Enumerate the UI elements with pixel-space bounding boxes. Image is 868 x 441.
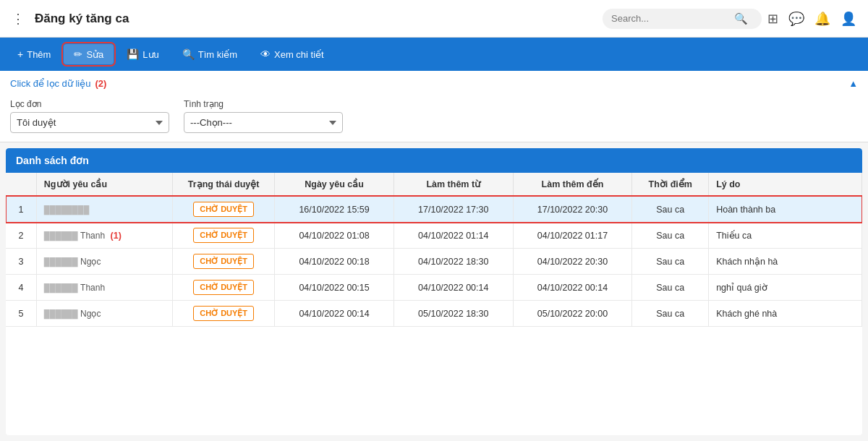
row-request-date: 04/10/2022 01:08 [275,223,394,249]
col-header-num [6,173,36,196]
status-badge: CHỜ DUYỆT [193,228,254,243]
table-section: Danh sách đơn Người yêu cầu Trạng thái d… [6,148,862,435]
row-status: CHỜ DUYỆT [173,249,275,275]
table-row[interactable]: 1 ████████ CHỜ DUYỆT 16/10/2022 15:59 17… [6,196,862,223]
person-name: Ngọc [80,309,101,319]
table-title: Danh sách đơn [16,155,89,166]
timkiem-button[interactable]: 🔍 Tìm kiếm [172,44,247,64]
row-person: ██████ Thanh (1) [36,223,172,249]
bell-icon[interactable]: 🔔 [814,11,830,27]
filter-fields: Lọc đơn Tôi duyệt Tất cả Tôi tạo Tình tr… [10,92,858,133]
col-header-from: Làm thêm từ [393,173,513,196]
table-row[interactable]: 5 ██████ Ngọc CHỜ DUYỆT 04/10/2022 00:14… [6,301,862,327]
row-reason: nghỉ quá giờ [709,275,862,301]
filter-loc-don-label: Lọc đơn [10,99,169,109]
filter-tinh-trang-label: Tình trạng [184,99,343,109]
person-name: Ngọc [80,257,101,267]
person-code: ██████ [44,283,78,292]
row-request-date: 04/10/2022 00:18 [275,249,394,275]
row-to: 04/10/2022 01:17 [513,223,632,249]
row-to: 17/10/2022 20:30 [513,196,632,223]
row-request-date: 04/10/2022 00:15 [275,275,394,301]
col-header-status: Trạng thái duyệt [173,173,275,196]
row-status: CHỜ DUYỆT [173,196,275,223]
row-person: ██████ Ngọc [36,249,172,275]
filter-toggle-label[interactable]: Click để lọc dữ liệu [10,78,90,89]
col-header-to: Làm thêm đến [513,173,632,196]
row-num: 2 [6,223,36,249]
row-from: 05/10/2022 18:30 [393,301,513,327]
person-code: ██████ [44,257,78,266]
row-num: 3 [6,249,36,275]
filter-loc-don-select[interactable]: Tôi duyệt Tất cả Tôi tạo [10,112,169,133]
xemchitiet-button[interactable]: 👁 Xem chi tiết [250,44,334,64]
row-from: 17/10/2022 17:30 [393,196,513,223]
sua-button[interactable]: ✏ Sửa [64,44,114,64]
status-badge: CHỜ DUYỆT [193,254,254,269]
table-wrapper[interactable]: Người yêu cầu Trạng thái duyệt Ngày yêu … [6,173,862,435]
person-name: Thanh [80,231,105,241]
table-row[interactable]: 4 ██████ Thanh CHỜ DUYỆT 04/10/2022 00:1… [6,275,862,301]
search-icon: 🔍 [734,12,748,25]
row-to: 04/10/2022 00:14 [513,275,632,301]
row-status: CHỜ DUYỆT [173,301,275,327]
person-code: ██████ [44,309,78,318]
user-icon[interactable]: 👤 [841,11,856,27]
row-to: 05/10/2022 20:00 [513,301,632,327]
search-bar[interactable]: 🔍 [603,9,762,29]
chevron-up-icon[interactable]: ▲ [848,78,858,89]
row-num: 4 [6,275,36,301]
row-person: ████████ [36,196,172,223]
filter-tinh-trang-select[interactable]: ---Chọn--- Chờ duyệt Đã duyệt Từ chối [184,112,343,133]
data-table: Người yêu cầu Trạng thái duyệt Ngày yêu … [6,173,862,327]
row-num: 5 [6,301,36,327]
row-from: 04/10/2022 18:30 [393,249,513,275]
row-request-date: 16/10/2022 15:59 [275,196,394,223]
table-header-bar: Danh sách đơn [6,148,862,173]
row-person: ██████ Ngọc [36,301,172,327]
row-num: 1 [6,196,36,223]
filter-badge: (2) [95,78,106,89]
status-badge: CHỜ DUYỆT [193,280,254,295]
search-input[interactable] [611,13,734,24]
col-header-request-date: Ngày yêu cầu [275,173,394,196]
row-reason: Thiếu ca [709,223,862,249]
row-person: ██████ Thanh [36,275,172,301]
person-code: ████████ [44,205,89,214]
page-title: Đăng ký tăng ca [35,12,603,26]
row-reason: Khách ghé nhà [709,301,862,327]
row-status: CHỜ DUYỆT [173,275,275,301]
eye-icon: 👁 [260,48,271,60]
row-time: Sau ca [632,301,709,327]
save-icon: 💾 [127,48,139,60]
plus-icon: + [17,48,23,60]
person-code: ██████ [44,231,78,240]
filter-tinh-trang: Tình trạng ---Chọn--- Chờ duyệt Đã duyệt… [184,99,343,133]
filter-toggle[interactable]: Click để lọc dữ liệu (2) ▲ [10,75,858,92]
row-request-date: 04/10/2022 00:14 [275,301,394,327]
menu-icon[interactable]: ⋮ [12,11,25,27]
grid-icon[interactable]: ⊞ [767,11,778,27]
row-from: 04/10/2022 00:14 [393,275,513,301]
col-header-time: Thời điểm [632,173,709,196]
table-row[interactable]: 2 ██████ Thanh (1) CHỜ DUYỆT 04/10/2022 … [6,223,862,249]
chat-icon[interactable]: 💬 [788,11,804,27]
col-header-person: Người yêu cầu [36,173,172,196]
filter-loc-don: Lọc đơn Tôi duyệt Tất cả Tôi tạo [10,99,169,133]
status-badge: CHỜ DUYỆT [193,306,254,321]
row-to: 04/10/2022 20:30 [513,249,632,275]
toolbar: + Thêm ✏ Sửa 💾 Lưu 🔍 Tìm kiếm 👁 Xem chi … [0,38,868,71]
row-time: Sau ca [632,223,709,249]
row-time: Sau ca [632,196,709,223]
status-badge: CHỜ DUYỆT [193,202,254,217]
filter-section: Click để lọc dữ liệu (2) ▲ Lọc đơn Tôi d… [0,71,868,142]
them-button[interactable]: + Thêm [7,44,61,64]
row-from: 04/10/2022 01:14 [393,223,513,249]
luu-button[interactable]: 💾 Lưu [116,44,169,64]
row-status: CHỜ DUYỆT [173,223,275,249]
table-row[interactable]: 3 ██████ Ngọc CHỜ DUYỆT 04/10/2022 00:18… [6,249,862,275]
row-reason: Khách nhận hà [709,249,862,275]
search-btn-icon: 🔍 [182,48,195,60]
row-time: Sau ca [632,275,709,301]
person-name: Thanh [80,283,105,293]
